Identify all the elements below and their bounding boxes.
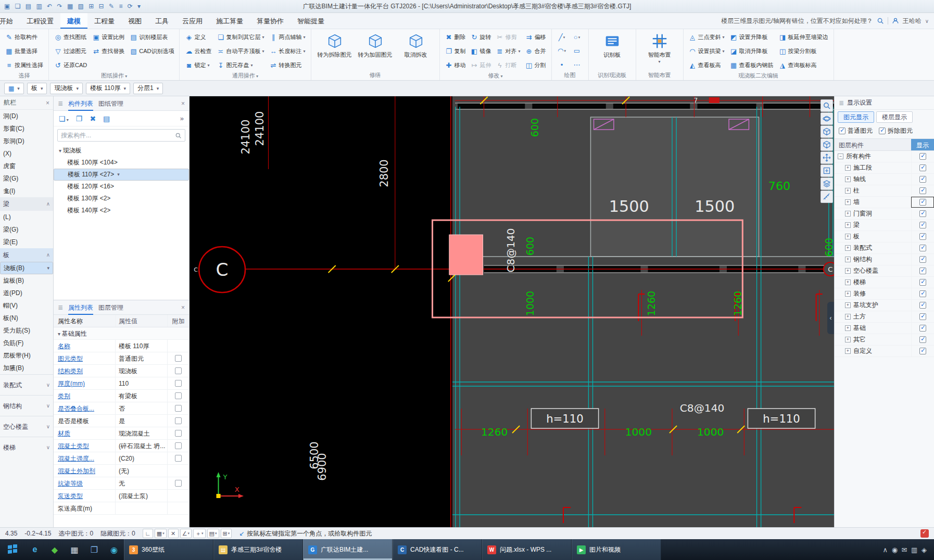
property-name[interactable]: 混凝土类型	[54, 440, 115, 452]
layer-row[interactable]: + 板	[835, 231, 934, 243]
nav-item[interactable]: 梁(G)	[0, 223, 53, 236]
status-tool-button[interactable]: ∟	[143, 529, 153, 538]
ribbon-tab[interactable]: 云应用	[175, 13, 209, 29]
component-tree-item[interactable]: 楼板 120厚 <16>	[54, 181, 189, 193]
draw-tool-button[interactable]: ╱	[556, 31, 569, 44]
ribbon-button[interactable]: ◮ 查询板标高	[777, 59, 830, 72]
checkbox-icon[interactable]	[839, 128, 845, 134]
panel-tab[interactable]: 图纸管理	[98, 96, 123, 111]
property-value[interactable]: (无)	[115, 465, 167, 477]
nav-item[interactable]: (L)	[0, 211, 53, 223]
element-type-icon-dropdown[interactable]: ▦	[4, 83, 24, 94]
ribbon-tab[interactable]: 施工算量	[209, 13, 250, 29]
ribbon-button[interactable]: ↦ 延伸	[469, 59, 493, 72]
ribbon-button[interactable]: ✂ 修剪	[495, 31, 522, 44]
layer-row[interactable]: + 基坑支护	[835, 300, 934, 311]
nav-item[interactable]: 梁(E)	[0, 236, 53, 248]
help-search-text[interactable]: 楼层三维显示图元/轴网有错位，位置不对应如何处理？	[721, 17, 873, 26]
nav-item[interactable]: 洞(D)	[0, 110, 53, 122]
identify-slab-button[interactable]: 识别板	[592, 31, 632, 58]
expander-icon[interactable]: +	[845, 291, 851, 297]
draw-tool-button[interactable]: ▭	[571, 44, 584, 57]
delete-component-button[interactable]: ✖	[90, 114, 96, 123]
orbit-button[interactable]	[821, 112, 833, 125]
ribbon-tab[interactable]: 视图	[121, 13, 148, 29]
ribbon-big-button[interactable]: 转为拆除图元	[315, 31, 355, 58]
layer-row[interactable]: + 施工段	[835, 162, 934, 174]
group-label[interactable]: 修改	[444, 72, 548, 80]
nav-item[interactable]: 道(PD)	[0, 287, 53, 299]
taskbar-quick-icon[interactable]: e	[25, 539, 45, 560]
username[interactable]: 王哈哈	[903, 17, 922, 26]
layer-row[interactable]: + 楼梯	[835, 277, 934, 288]
search-icon[interactable]	[175, 132, 182, 139]
ribbon-button[interactable]: ◠ 设置拱梁	[687, 45, 726, 58]
visibility-checkbox[interactable]	[919, 336, 926, 343]
layer-row[interactable]: + 墙	[835, 197, 934, 208]
nav-item[interactable]: 浇板(B)	[0, 262, 53, 274]
layer-row[interactable]: + 钢结构	[835, 254, 934, 265]
property-name[interactable]: 抗渗等级	[54, 477, 115, 489]
display-tab[interactable]: 楼层显示	[876, 111, 913, 123]
system-tray[interactable]: ∧ ◉ ✉ ▥ ◈	[877, 539, 934, 560]
nav-item[interactable]: 龛(I)	[0, 185, 53, 197]
layer-row[interactable]: + 其它	[835, 334, 934, 346]
taskbar-window-button[interactable]: 3 360壁纸	[124, 539, 213, 560]
nav-item[interactable]: 旋板(B)	[0, 274, 53, 287]
iso-view-button[interactable]	[821, 138, 833, 151]
status-app-icon[interactable]	[920, 529, 929, 538]
ribbon-button[interactable]: ◬ 三点变斜	[687, 31, 726, 44]
close-icon[interactable]: ×	[181, 304, 185, 311]
attach-checkbox[interactable]	[175, 380, 182, 387]
component-search-input[interactable]	[61, 132, 173, 139]
visibility-checkbox[interactable]	[919, 187, 926, 194]
status-tool-button[interactable]: ＋	[193, 529, 206, 538]
property-value[interactable]: 现浇混凝土	[115, 427, 167, 439]
ribbon-button[interactable]: ◨ 板延伸至墙梁边	[777, 31, 830, 44]
nav-item[interactable]: 梁	[0, 197, 53, 211]
draw-tool-button[interactable]: ◠	[556, 44, 569, 57]
expander-icon[interactable]: +	[845, 314, 851, 320]
visibility-checkbox[interactable]	[919, 302, 926, 309]
fit-view-button[interactable]	[821, 164, 833, 177]
attach-checkbox[interactable]	[175, 367, 182, 374]
taskbar-window-button[interactable]: C CAD快速看图 - C...	[393, 539, 482, 560]
ribbon-tab[interactable]: 工程量	[87, 13, 121, 29]
nav-item[interactable]: 层板带(H)	[0, 349, 53, 362]
selector-dropdown[interactable]: 板	[27, 83, 47, 94]
copy-component-button[interactable]: ❐	[76, 114, 83, 123]
layer-row[interactable]: − 所有构件	[835, 151, 934, 162]
attach-checkbox[interactable]	[175, 480, 182, 487]
ribbon-button[interactable]: ☁ 云检查	[183, 45, 213, 58]
expander-icon[interactable]: +	[845, 199, 851, 205]
ribbon-big-button[interactable]: 转为加固图元	[356, 31, 395, 58]
ribbon-button[interactable]: ◪ 取消升降板	[728, 45, 775, 58]
layer-row[interactable]: + 空心楼盖	[835, 265, 934, 277]
nav-item[interactable]: 形窗(C)	[0, 122, 53, 135]
property-name[interactable]: 是否叠合板...	[54, 402, 115, 414]
component-tree-item[interactable]: 楼板 130厚 <2>	[54, 193, 189, 205]
property-name[interactable]: 厚度(mm)	[54, 377, 115, 389]
status-tool-button[interactable]: ⊞	[221, 529, 232, 538]
expander-icon[interactable]: +	[845, 222, 851, 228]
expander-icon[interactable]: +	[845, 176, 851, 182]
nav-item[interactable]: 虎窗	[0, 160, 53, 172]
ribbon-tab[interactable]: 算量协作	[250, 13, 291, 29]
status-tool-button[interactable]: ▤	[207, 529, 219, 538]
quick-access-toolbar[interactable]: ▣ ❏ ▤ ▥ ↶ ↷ ▦ ▧ ⊞ ⊟ ✎ ≡ ⟳ ▾	[4, 3, 142, 10]
property-name[interactable]: 名称	[54, 340, 115, 352]
taskbar-quick-icon[interactable]: ◉	[104, 539, 124, 560]
ribbon-button[interactable]: ↧ 图元存盘	[215, 59, 266, 72]
property-name[interactable]: 类别	[54, 390, 115, 402]
visibility-checkbox[interactable]	[919, 222, 926, 228]
attach-checkbox[interactable]	[175, 430, 182, 437]
expander-icon[interactable]: +	[845, 257, 851, 262]
tray-icons[interactable]: ∧ ◉ ✉ ▥ ◈	[883, 546, 928, 554]
taskbar-quick-icon[interactable]: ▦	[65, 539, 84, 560]
ribbon-button[interactable]: ↺ 还原CAD	[53, 59, 89, 72]
status-tool-button[interactable]: ✕	[168, 529, 179, 538]
ribbon-button[interactable]: ◫ 分割	[524, 59, 548, 72]
pan-button[interactable]	[821, 151, 833, 164]
nav-item[interactable]: 板(N)	[0, 312, 53, 324]
search-icon[interactable]	[877, 17, 884, 24]
